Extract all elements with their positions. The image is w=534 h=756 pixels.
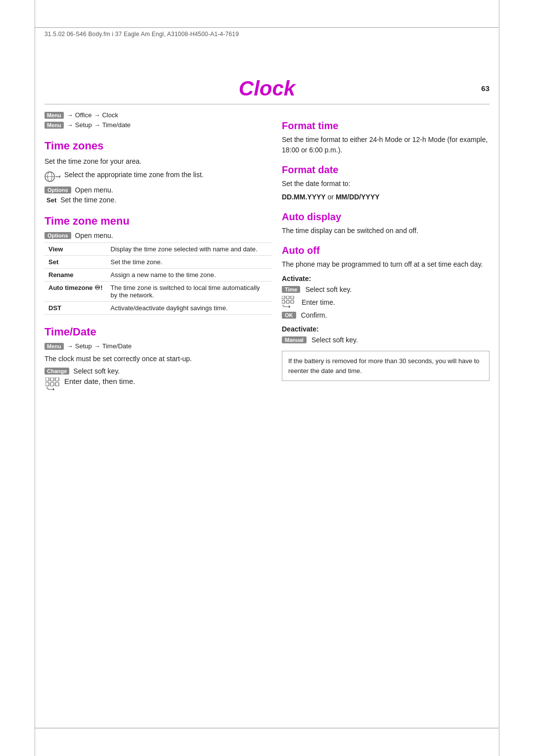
time-text: Select soft key. xyxy=(305,285,352,293)
deactivate-label: Deactivate: xyxy=(282,325,490,333)
svg-rect-5 xyxy=(45,378,49,381)
nav-arrow-1: → xyxy=(67,111,73,119)
svg-rect-16 xyxy=(286,300,289,303)
menu-badge-2: Menu xyxy=(44,122,64,129)
format-date-heading: Format date xyxy=(282,164,490,176)
table-row: View Display the time zone selected with… xyxy=(44,243,272,256)
page-container: 31.5.02 06-S46 Body.fm i 37 Eagle Am Eng… xyxy=(0,0,534,756)
table-cell-key: View xyxy=(44,243,107,256)
format-date-body: Set the date format to: xyxy=(282,179,490,189)
table-cell-key: DST xyxy=(44,302,107,315)
options-row-menu: Options Open menu. xyxy=(44,232,272,239)
set-row-1: Set Set the time zone. xyxy=(46,196,272,204)
activate-label: Activate: xyxy=(282,275,490,283)
table-row: Rename Assign a new name to the time zon… xyxy=(44,269,272,282)
table-cell-val: Assign a new name to the time zone. xyxy=(107,269,272,282)
set-label-1: Set xyxy=(46,196,56,204)
svg-rect-6 xyxy=(50,378,54,381)
table-row: DST Activate/deactivate daylight savings… xyxy=(44,302,272,315)
change-row: Change Select soft key. xyxy=(44,367,272,375)
keypad-row: Enter date, then time. xyxy=(44,377,272,391)
table-cell-key: Set xyxy=(44,256,107,269)
page-number: 63 xyxy=(481,84,490,93)
header-meta: 31.5.02 06-S46 Body.fm i 37 Eagle Am Eng… xyxy=(44,31,239,38)
nav-clock: Clock xyxy=(102,111,118,119)
set-text-1: Set the time zone. xyxy=(60,196,116,204)
auto-off-heading: Auto off xyxy=(282,245,490,256)
format-date-bold-2: MM/DD/YYYY xyxy=(336,193,380,201)
options-badge-1: Options xyxy=(44,187,71,193)
nav-arrow-td-2: → xyxy=(94,342,100,350)
format-time-heading: Format time xyxy=(282,120,490,132)
activate-row-enter: Enter time. xyxy=(282,296,490,309)
left-column: Menu → Office → Clock Menu → Setup → Tim… xyxy=(44,111,272,393)
table-cell-val: Display the time zone selected with name… xyxy=(107,243,272,256)
title-rule xyxy=(44,104,490,104)
deactivate-row-manual: Manual Select soft key. xyxy=(282,336,490,344)
activate-row-ok: OK Confirm. xyxy=(282,311,490,319)
keypad-icon xyxy=(44,377,60,391)
nav-arrow-3: → xyxy=(67,121,73,129)
nav-office: Office xyxy=(75,111,92,119)
ok-text: Confirm. xyxy=(301,311,327,319)
svg-rect-14 xyxy=(291,296,294,299)
nav-timedate-td: Time/Date xyxy=(102,342,132,350)
svg-rect-7 xyxy=(55,378,59,381)
ok-badge: OK xyxy=(282,312,296,319)
keypad-svg-icon xyxy=(45,378,59,390)
svg-marker-4 xyxy=(59,175,60,178)
activate-row-time: Time Select soft key. xyxy=(282,285,490,293)
auto-display-body: The time display can be switched on and … xyxy=(282,226,490,236)
svg-rect-8 xyxy=(45,382,49,386)
svg-rect-15 xyxy=(282,300,285,303)
nav-line-2: Menu → Setup → Time/date xyxy=(44,121,272,129)
nav-line-1: Menu → Office → Clock xyxy=(44,111,272,119)
timedate-nav-line: Menu → Setup → Time/Date xyxy=(44,342,272,350)
table-cell-key: Auto timezone ♾! xyxy=(44,282,107,302)
nav-arrow-td-1: → xyxy=(67,342,73,350)
hline-top xyxy=(35,27,499,28)
change-badge: Change xyxy=(44,368,69,375)
nav-arrow-4: → xyxy=(94,121,100,129)
options-text-1: Open menu. xyxy=(75,186,113,194)
vline-right xyxy=(499,0,499,756)
change-text: Select soft key. xyxy=(73,367,120,375)
keypad-icon-small xyxy=(282,296,297,309)
options-row-1: Options Open menu. xyxy=(44,186,272,194)
svg-rect-17 xyxy=(291,300,294,303)
time-badge: Time xyxy=(282,286,300,293)
nav-setup-td: Setup xyxy=(75,342,92,350)
options-text-menu: Open menu. xyxy=(75,232,113,239)
format-time-body: Set the time format to either 24-h Mode … xyxy=(282,135,490,155)
right-column: Format time Set the time format to eithe… xyxy=(282,111,490,381)
svg-rect-9 xyxy=(50,382,54,386)
info-box: If the battery is removed for more than … xyxy=(282,351,490,381)
timezone-svg-icon xyxy=(44,169,60,184)
format-date-bold-1: DD.MM.YYYY xyxy=(282,193,326,201)
time-date-heading: Time/Date xyxy=(44,326,272,338)
auto-off-body: The phone may be programmed to turn off … xyxy=(282,259,490,270)
timezone-icon xyxy=(44,170,60,184)
page-title: Clock xyxy=(239,77,295,100)
enter-time-text: Enter time. xyxy=(302,298,335,306)
format-date-formats: DD.MM.YYYY or MM/DD/YYYY xyxy=(282,192,490,202)
time-zones-body: Set the time zone for your area. xyxy=(44,156,272,167)
keypad-text: Enter date, then time. xyxy=(64,377,135,385)
svg-rect-12 xyxy=(282,296,285,299)
timezone-icon-text: Select the appropriate time zone from th… xyxy=(64,170,204,180)
svg-rect-13 xyxy=(286,296,289,299)
table-cell-val: Set the time zone. xyxy=(107,256,272,269)
options-badge-menu: Options xyxy=(44,232,71,239)
time-zone-menu-heading: Time zone menu xyxy=(44,215,272,228)
table-cell-key: Rename xyxy=(44,269,107,282)
format-date-or: or xyxy=(328,193,336,201)
svg-rect-10 xyxy=(55,382,59,386)
keypad-svg-small xyxy=(282,296,296,308)
manual-badge: Manual xyxy=(282,336,307,343)
hline-bottom xyxy=(35,728,499,729)
timedate-nav: Menu → Setup → Time/Date xyxy=(44,342,272,350)
nav-setup: Setup xyxy=(75,121,92,129)
manual-text: Select soft key. xyxy=(312,336,358,344)
timezone-icon-row: Select the appropriate time zone from th… xyxy=(44,170,272,184)
vline-left xyxy=(35,0,35,756)
